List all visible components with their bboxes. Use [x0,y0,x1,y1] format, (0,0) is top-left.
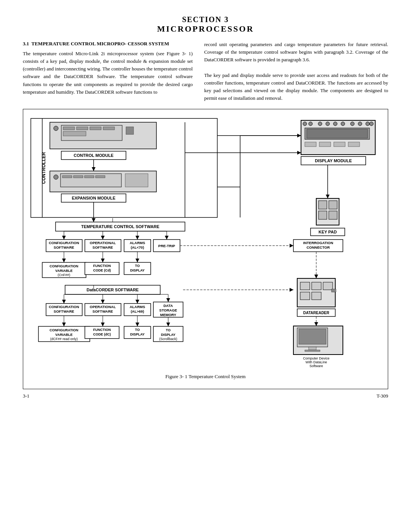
body-right-text: record unit operating parameters and car… [204,41,388,102]
svg-point-113 [318,122,322,126]
figure-caption: Figure 3- 1 Temperature Control System [27,374,384,380]
datareader-label: DATAREADER [303,311,330,315]
svg-text:DATA: DATA [164,304,173,308]
svg-point-114 [326,122,330,126]
svg-text:(AL>69): (AL>69) [131,309,144,313]
svg-text:FUNCTION: FUNCTION [93,328,111,332]
svg-marker-45 [135,236,139,240]
svg-text:CODE (Cd): CODE (Cd) [93,268,111,272]
svg-marker-54 [101,259,105,262]
section-title: MICROPROCESSOR [23,24,388,34]
col-left: 3.1 TEMPERATURE CONTROL MICROPRO- CESSOR… [23,41,193,102]
svg-rect-9 [63,131,86,136]
svg-marker-84 [62,300,66,304]
svg-marker-105 [166,323,170,326]
svg-rect-124 [319,142,331,147]
svg-rect-144 [300,292,310,300]
svg-rect-154 [305,350,320,351]
svg-rect-3 [54,126,58,131]
svg-marker-89 [62,323,66,326]
svg-text:ALARMS: ALARMS [130,241,145,245]
controller-label: CONTROLLER [41,152,46,184]
svg-rect-19 [84,176,94,178]
svg-rect-131 [319,211,327,219]
svg-text:PRE-TRIP: PRE-TRIP [158,244,175,248]
datacorder-software-label: DataCORDER SOFTWARE [87,288,139,292]
svg-text:CONFIGURATION: CONFIGURATION [49,241,79,245]
body-left-text: The temperature control Micro-Link 2i mi… [23,50,193,96]
svg-text:STORAGE: STORAGE [159,308,177,312]
svg-text:MEMORY: MEMORY [160,313,177,317]
svg-text:CONNECTOR: CONNECTOR [306,245,330,249]
svg-text:DISPLAY: DISPLAY [130,268,145,272]
svg-text:FUNCTION: FUNCTION [93,264,111,268]
svg-text:TO: TO [135,264,140,268]
svg-rect-21 [125,174,148,187]
svg-marker-161 [297,151,301,155]
svg-text:VARIABLE: VARIABLE [55,269,72,273]
svg-marker-85 [101,300,105,304]
svg-marker-44 [101,236,105,240]
svg-marker-168 [290,288,293,292]
svg-rect-143 [323,282,333,290]
svg-rect-122 [307,129,368,138]
interrogation-connector-label: INTERROGATION [303,241,333,245]
figure-box: CONTROLLER CONTROL MODULE EXPANSION MODU… [23,109,388,389]
svg-rect-8 [103,127,115,130]
col-right: record unit operating parameters and car… [204,41,388,102]
svg-rect-20 [96,176,105,178]
svg-rect-18 [73,176,83,178]
svg-rect-153 [309,347,316,350]
expansion-module-label: EXPANSION MODULE [72,196,116,200]
svg-point-111 [303,122,307,126]
svg-rect-7 [90,127,101,130]
svg-text:ALARMS: ALARMS [130,305,145,309]
svg-rect-125 [334,142,345,147]
svg-rect-126 [348,142,360,147]
svg-rect-141 [300,282,310,290]
svg-text:CONFIGURATION: CONFIGURATION [49,264,78,268]
svg-point-117 [350,122,354,126]
svg-text:DISPLAY: DISPLAY [130,332,145,336]
svg-text:Software: Software [309,364,323,368]
svg-text:TO: TO [166,328,170,332]
body-text-area: 3.1 TEMPERATURE CONTROL MICROPRO- CESSOR… [23,41,388,102]
svg-rect-142 [312,282,321,290]
svg-text:SOFTWARE: SOFTWARE [54,309,74,313]
section-number: SECTION 3 [23,15,388,24]
svg-marker-100 [135,323,139,326]
svg-text:CONFIGURATION: CONFIGURATION [49,305,79,309]
svg-text:DISPLAY: DISPLAY [161,333,175,337]
svg-rect-152 [299,329,326,344]
svg-rect-10 [126,127,134,134]
svg-text:TO: TO [135,328,140,332]
subsection-header: 3.1 TEMPERATURE CONTROL MICROPRO- CESSOR… [23,41,193,47]
svg-marker-95 [101,323,105,326]
svg-marker-46 [165,236,169,240]
svg-marker-43 [62,236,66,240]
key-pad-label: KEY PAD [319,230,337,234]
svg-text:OPERATIONAL: OPERATIONAL [90,305,116,309]
svg-rect-6 [76,127,88,130]
svg-marker-48 [62,259,66,262]
svg-text:CONFIGURATION: CONFIGURATION [49,328,78,332]
svg-text:With DataLine: With DataLine [306,360,327,364]
display-module-label: DISPLAY MODULE [315,158,352,163]
page-header: SECTION 3 MICROPROCESSOR [23,15,388,34]
svg-rect-130 [329,201,337,209]
svg-marker-149 [314,275,318,278]
svg-text:SOFTWARE: SOFTWARE [92,245,113,249]
svg-rect-123 [305,142,316,147]
svg-text:OPERATIONAL: OPERATIONAL [90,241,116,245]
svg-point-115 [333,122,337,126]
svg-marker-59 [135,259,139,262]
svg-marker-86 [135,300,139,304]
svg-marker-158 [314,322,318,326]
svg-marker-139 [290,244,293,248]
svg-rect-145 [312,292,321,300]
svg-text:SOFTWARE: SOFTWARE [54,245,74,249]
svg-rect-5 [63,127,75,130]
svg-point-120 [370,122,373,126]
svg-text:(Scrollback): (Scrollback) [159,337,177,341]
svg-text:(AL<70): (AL<70) [131,245,144,249]
